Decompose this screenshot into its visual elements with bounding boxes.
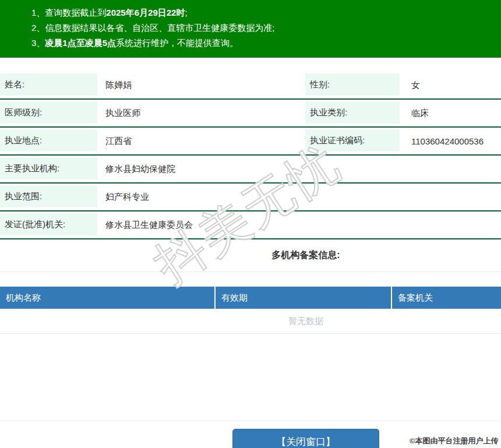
notice-text: 查询数据截止到 (45, 8, 106, 17)
field-value-certificate-number: 110360424000536 (400, 128, 501, 154)
field-label-practice-location: 执业地点: (0, 129, 97, 151)
field-label-certificate-number: 执业证书编码: (305, 129, 400, 151)
notice-text: ; (185, 8, 187, 17)
physician-info-table: 姓名: 陈婵娟 性别: 女 医师级别: 执业医师 执业类别: 临床 执业地点: … (0, 72, 501, 239)
table-row: 执业范围: 妇产科专业 (0, 184, 501, 211)
footer-divider (0, 334, 501, 421)
field-value-name: 陈婵娟 (97, 72, 305, 98)
page: 1、查询数据截止到2025年6月29日22时; 2、信息数据结果以各省、自治区、… (0, 0, 501, 448)
table-row: 执业地点: 江西省 执业证书编码: 110360424000536 (0, 128, 501, 156)
column-header-validity-period: 有效期 (216, 287, 392, 309)
notice-number: 3、 (31, 38, 45, 48)
field-value-issuing-authority: 修水县卫生健康委员会 (97, 211, 501, 238)
close-window-button[interactable]: 【关闭窗口】 (232, 429, 379, 448)
field-label-name: 姓名: (0, 73, 97, 96)
table-row: 医师级别: 执业医师 执业类别: 临床 (0, 100, 501, 128)
field-value-main-institution: 修水县妇幼保健院 (97, 156, 501, 182)
notice-text: 系统进行维护，不能提供查询。 (116, 38, 238, 48)
notice-line-1: 1、查询数据截止到2025年6月29日22时; (31, 5, 501, 20)
notice-number: 1、 (31, 8, 45, 17)
multi-org-section-title: 多机构备案信息: (271, 249, 340, 262)
field-value-practice-location: 江西省 (97, 128, 305, 154)
field-label-gender: 性别: (305, 73, 400, 96)
notice-line-3: 3、凌晨1点至凌晨5点系统进行维护，不能提供查询。 (31, 36, 501, 51)
column-header-filing-authority: 备案机关 (392, 287, 501, 309)
empty-data-placeholder: 暂无数据 (0, 309, 501, 334)
multi-org-section-header: 多机构备案信息: (0, 239, 501, 272)
field-value-practice-category: 临床 (400, 100, 501, 126)
column-header-institution-name: 机构名称 (0, 287, 216, 309)
table-row: 发证(批准)机关: 修水县卫生健康委员会 (0, 211, 501, 239)
table-row: 姓名: 陈婵娟 性别: 女 (0, 72, 501, 100)
field-label-practice-category: 执业类别: (305, 101, 400, 124)
field-label-issuing-authority: 发证(批准)机关: (0, 213, 97, 235)
multi-org-table-header: 机构名称 有效期 备案机关 (0, 287, 501, 309)
notice-number: 2、 (31, 23, 45, 33)
notice-text-bold: 2025年6月29日22时 (106, 8, 185, 17)
field-label-main-institution: 主要执业机构: (0, 157, 97, 179)
table-row: 主要执业机构: 修水县妇幼保健院 (0, 156, 501, 184)
notice-text: 信息数据结果以各省、自治区、直辖市卫生健康委数据为准; (45, 23, 274, 33)
upload-credit-watermark: ©本图由平台注册用户上传 (410, 436, 499, 446)
field-value-physician-level: 执业医师 (97, 100, 305, 126)
field-value-gender: 女 (400, 72, 501, 98)
field-label-physician-level: 医师级别: (0, 101, 97, 124)
notice-line-2: 2、信息数据结果以各省、自治区、直辖市卫生健康委数据为准; (31, 20, 501, 36)
field-label-practice-scope: 执业范围: (0, 185, 97, 207)
notice-text-bold: 凌晨1点至凌晨5点 (45, 38, 116, 48)
notice-banner: 1、查询数据截止到2025年6月29日22时; 2、信息数据结果以各省、自治区、… (0, 0, 501, 58)
field-value-practice-scope: 妇产科专业 (97, 184, 501, 210)
multi-org-table: 机构名称 有效期 备案机关 暂无数据 (0, 287, 501, 334)
